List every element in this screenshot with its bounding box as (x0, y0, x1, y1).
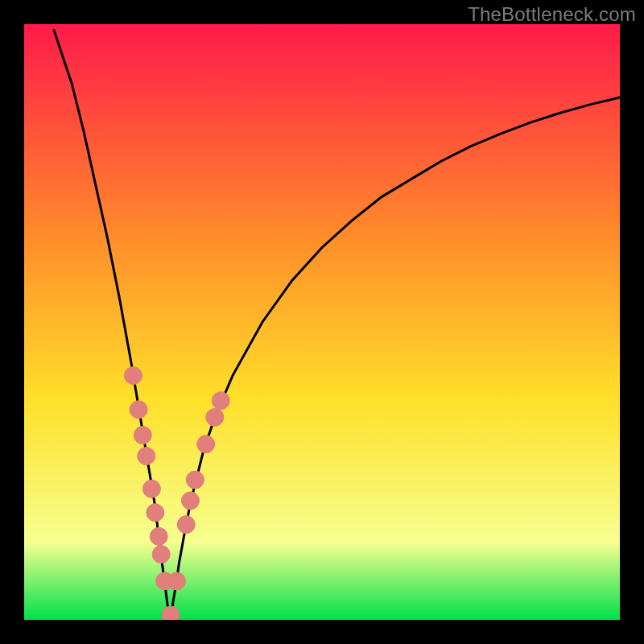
data-marker (212, 392, 229, 410)
data-marker (186, 471, 204, 489)
chart-frame: TheBottleneck.com (0, 0, 644, 644)
plot-area (24, 24, 620, 620)
data-marker (124, 367, 142, 385)
watermark-text: TheBottleneck.com (468, 3, 636, 26)
data-marker (147, 504, 164, 522)
data-marker (152, 546, 170, 564)
data-marker (130, 401, 147, 419)
chart-svg (24, 24, 620, 620)
data-marker (150, 527, 167, 545)
data-marker (138, 448, 155, 465)
data-marker (142, 480, 160, 497)
data-marker (177, 516, 195, 534)
data-marker (197, 436, 215, 453)
gradient-background (24, 24, 620, 620)
data-marker (134, 427, 151, 444)
data-marker (162, 606, 180, 620)
data-marker (206, 408, 224, 426)
data-marker (167, 572, 185, 590)
data-marker (181, 492, 199, 510)
